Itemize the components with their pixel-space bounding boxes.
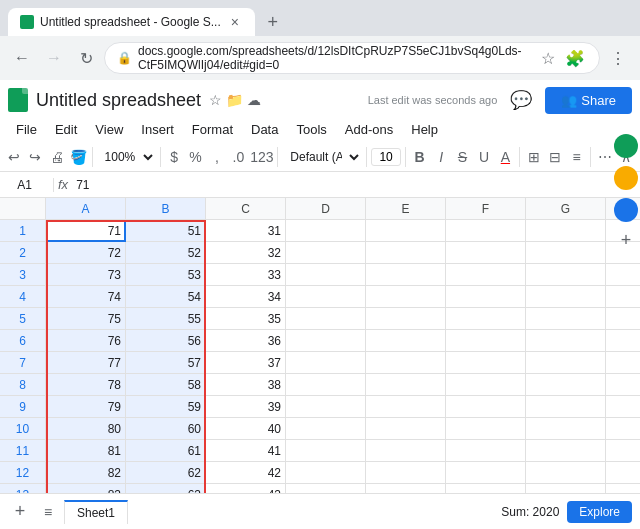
cell-4-E[interactable] [366, 286, 446, 308]
text-color-button[interactable]: A [496, 145, 515, 169]
cell-1-G[interactable] [526, 220, 606, 242]
cell-3-D[interactable] [286, 264, 366, 286]
cell-7-C[interactable]: 37 [206, 352, 286, 374]
cell-11-H[interactable] [606, 440, 640, 462]
cell-8-C[interactable]: 38 [206, 374, 286, 396]
cell-4-D[interactable] [286, 286, 366, 308]
move-icon[interactable]: 📁 [226, 92, 243, 108]
cell-1-C[interactable]: 31 [206, 220, 286, 242]
cell-9-H[interactable] [606, 396, 640, 418]
underline-button[interactable]: U [474, 145, 493, 169]
cell-11-B[interactable]: 61 [126, 440, 206, 462]
cell-5-G[interactable] [526, 308, 606, 330]
row-header-7[interactable]: 7 [0, 352, 46, 374]
cell-2-A[interactable]: 72 [46, 242, 126, 264]
cell-9-B[interactable]: 59 [126, 396, 206, 418]
cell-7-H[interactable] [606, 352, 640, 374]
col-header-F[interactable]: F [446, 198, 526, 220]
paint-format-button[interactable]: 🪣 [68, 145, 87, 169]
sheets-panel-icon-blue[interactable] [614, 198, 638, 222]
undo-button[interactable]: ↩ [4, 145, 23, 169]
cell-8-H[interactable] [606, 374, 640, 396]
cell-12-A[interactable]: 82 [46, 462, 126, 484]
cell-7-B[interactable]: 57 [126, 352, 206, 374]
cell-9-E[interactable] [366, 396, 446, 418]
cell-2-B[interactable]: 52 [126, 242, 206, 264]
cell-5-H[interactable] [606, 308, 640, 330]
cell-1-B[interactable]: 51 [126, 220, 206, 242]
menu-file[interactable]: File [8, 118, 45, 141]
cell-6-F[interactable] [446, 330, 526, 352]
cell-5-C[interactable]: 35 [206, 308, 286, 330]
cell-3-G[interactable] [526, 264, 606, 286]
decimal-inc-button[interactable]: 123 [250, 145, 273, 169]
cell-1-D[interactable] [286, 220, 366, 242]
strikethrough-button[interactable]: S [453, 145, 472, 169]
share-button[interactable]: 👥 Share [545, 87, 632, 114]
cell-9-C[interactable]: 39 [206, 396, 286, 418]
forward-button[interactable]: → [40, 44, 68, 72]
sheet-list-button[interactable]: ≡ [36, 500, 60, 524]
cell-13-D[interactable] [286, 484, 366, 493]
cell-3-E[interactable] [366, 264, 446, 286]
cell-9-A[interactable]: 79 [46, 396, 126, 418]
cell-3-C[interactable]: 33 [206, 264, 286, 286]
star-title-icon[interactable]: ☆ [209, 92, 222, 108]
menu-addons[interactable]: Add-ons [337, 118, 401, 141]
cell-10-H[interactable] [606, 418, 640, 440]
menu-tools[interactable]: Tools [288, 118, 334, 141]
menu-data[interactable]: Data [243, 118, 286, 141]
bookmark-icon[interactable]: ☆ [539, 49, 557, 68]
redo-button[interactable]: ↪ [25, 145, 44, 169]
cell-13-F[interactable] [446, 484, 526, 493]
cell-10-C[interactable]: 40 [206, 418, 286, 440]
menu-edit[interactable]: Edit [47, 118, 85, 141]
cell-4-G[interactable] [526, 286, 606, 308]
cell-5-E[interactable] [366, 308, 446, 330]
cell-6-G[interactable] [526, 330, 606, 352]
cell-12-H[interactable] [606, 462, 640, 484]
bold-button[interactable]: B [410, 145, 429, 169]
italic-button[interactable]: I [431, 145, 450, 169]
col-header-A[interactable]: A [46, 198, 126, 220]
back-button[interactable]: ← [8, 44, 36, 72]
cell-8-G[interactable] [526, 374, 606, 396]
cell-13-G[interactable] [526, 484, 606, 493]
cell-3-A[interactable]: 73 [46, 264, 126, 286]
new-tab-button[interactable]: + [259, 8, 287, 36]
cell-13-A[interactable]: 83 [46, 484, 126, 493]
cell-2-D[interactable] [286, 242, 366, 264]
col-header-B[interactable]: B [126, 198, 206, 220]
cell-8-B[interactable]: 58 [126, 374, 206, 396]
menu-insert[interactable]: Insert [133, 118, 182, 141]
cell-2-G[interactable] [526, 242, 606, 264]
cell-reference[interactable]: A1 [4, 178, 54, 192]
row-header-12[interactable]: 12 [0, 462, 46, 484]
cell-9-D[interactable] [286, 396, 366, 418]
menu-format[interactable]: Format [184, 118, 241, 141]
cell-8-A[interactable]: 78 [46, 374, 126, 396]
cell-11-E[interactable] [366, 440, 446, 462]
explore-button[interactable]: Explore [567, 501, 632, 523]
cell-12-C[interactable]: 42 [206, 462, 286, 484]
cell-4-B[interactable]: 54 [126, 286, 206, 308]
comment-button[interactable]: 💬 [505, 84, 537, 116]
row-header-1[interactable]: 1 [0, 220, 46, 242]
cell-13-B[interactable]: 63 [126, 484, 206, 493]
row-header-3[interactable]: 3 [0, 264, 46, 286]
cell-2-E[interactable] [366, 242, 446, 264]
profile-button[interactable]: ⋮ [604, 44, 632, 72]
row-header-5[interactable]: 5 [0, 308, 46, 330]
row-header-2[interactable]: 2 [0, 242, 46, 264]
cell-11-C[interactable]: 41 [206, 440, 286, 462]
font-select[interactable]: Default (Ari... [282, 147, 362, 167]
percent-button[interactable]: % [186, 145, 205, 169]
cell-13-E[interactable] [366, 484, 446, 493]
cell-12-B[interactable]: 62 [126, 462, 206, 484]
row-header-4[interactable]: 4 [0, 286, 46, 308]
cell-11-A[interactable]: 81 [46, 440, 126, 462]
extension-icon[interactable]: 🧩 [563, 49, 587, 68]
merge-button[interactable]: ⊟ [545, 145, 564, 169]
align-button[interactable]: ≡ [567, 145, 586, 169]
cell-3-H[interactable] [606, 264, 640, 286]
